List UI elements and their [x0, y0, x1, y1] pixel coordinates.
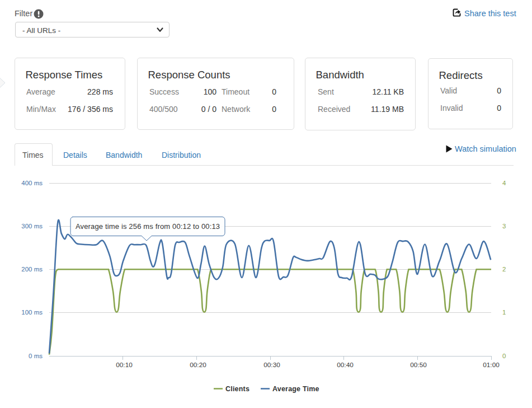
svg-text:400 ms: 400 ms — [21, 180, 43, 186]
svg-text:Average time is 256 ms from 00: Average time is 256 ms from 00:12 to 00:… — [76, 222, 220, 231]
svg-text:0: 0 — [502, 353, 506, 359]
svg-text:300 ms: 300 ms — [21, 223, 43, 229]
svg-text:200 ms: 200 ms — [21, 266, 43, 273]
svg-text:1: 1 — [502, 309, 506, 316]
svg-text:Average Time: Average Time — [272, 385, 319, 393]
svg-text:01:00: 01:00 — [483, 361, 500, 369]
svg-text:0 ms: 0 ms — [29, 353, 43, 359]
svg-text:00:30: 00:30 — [263, 361, 280, 369]
svg-text:00:10: 00:10 — [116, 361, 133, 369]
svg-text:100 ms: 100 ms — [21, 309, 43, 316]
svg-text:4: 4 — [502, 180, 506, 186]
svg-text:2: 2 — [502, 266, 506, 273]
svg-text:00:20: 00:20 — [190, 361, 206, 369]
svg-text:00:40: 00:40 — [337, 361, 354, 369]
svg-text:00:50: 00:50 — [410, 361, 427, 369]
svg-text:Clients: Clients — [225, 385, 249, 393]
svg-text:3: 3 — [502, 223, 506, 229]
